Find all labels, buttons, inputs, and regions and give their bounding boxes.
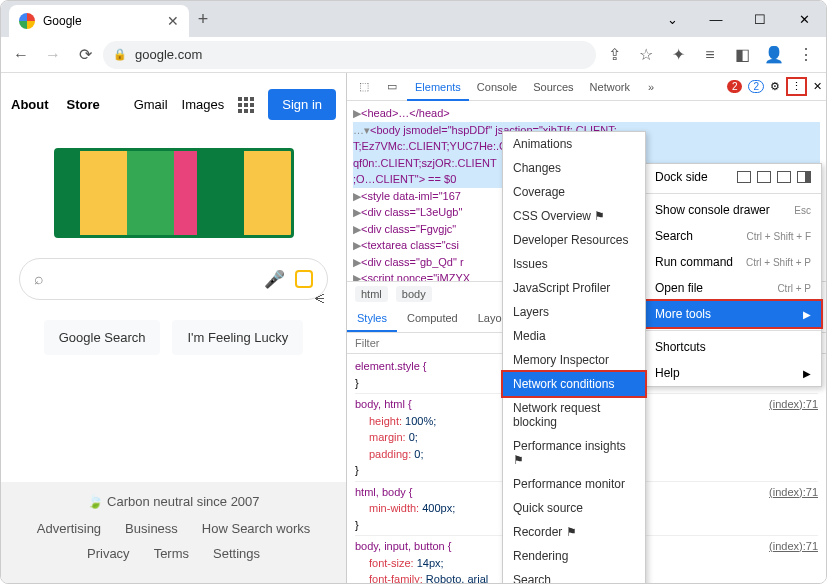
menu-item[interactable]: Help▶ — [645, 360, 821, 386]
apps-icon[interactable] — [238, 97, 254, 113]
profile-icon[interactable]: 👤 — [760, 41, 788, 69]
menu-item[interactable]: SearchCtrl + Shift + F — [645, 223, 821, 249]
footer-link[interactable]: Business — [125, 521, 178, 536]
page-footer: 🍃 Carbon neutral since 2007 AdvertisingB… — [1, 482, 346, 583]
submenu-item[interactable]: JavaScript Profiler — [503, 276, 645, 300]
signin-button[interactable]: Sign in — [268, 89, 336, 120]
submenu-item[interactable]: Layers — [503, 300, 645, 324]
about-link[interactable]: About — [11, 97, 49, 112]
submenu-item[interactable]: CSS Overview ⚑ — [503, 204, 645, 228]
device-icon[interactable]: ▭ — [379, 74, 405, 99]
extensions-icon[interactable]: ✦ — [664, 41, 692, 69]
minimize-button[interactable]: — — [694, 1, 738, 37]
submenu-item[interactable]: Issues — [503, 252, 645, 276]
styles-tab[interactable]: Computed — [397, 306, 468, 332]
devtools-tab[interactable]: Elements — [407, 75, 469, 101]
close-tab-icon[interactable]: ✕ — [167, 13, 179, 29]
submenu-item[interactable]: Media — [503, 324, 645, 348]
more-tabs-icon[interactable]: » — [640, 75, 662, 99]
devtools-tab[interactable]: Console — [469, 75, 525, 99]
footer-link[interactable]: How Search works — [202, 521, 310, 536]
share-icon[interactable]: ⇪ — [600, 41, 628, 69]
devtools-menu-icon[interactable]: ⋮ — [786, 77, 807, 96]
chrome-menu-icon[interactable]: ⋮ — [792, 41, 820, 69]
devtools-tabs: ⬚ ▭ ElementsConsoleSourcesNetwork » 2 2 … — [347, 73, 826, 101]
mic-icon[interactable]: 🎤 — [264, 269, 285, 290]
devtools-tab[interactable]: Network — [582, 75, 638, 99]
search-input[interactable]: ⌕ 🎤 — [19, 258, 328, 300]
sidepanel-icon[interactable]: ◧ — [728, 41, 756, 69]
info-badge[interactable]: 2 — [748, 80, 764, 93]
menu-item[interactable]: Open fileCtrl + P — [645, 275, 821, 301]
gear-icon[interactable]: ⚙ — [770, 80, 780, 93]
forward-button[interactable]: → — [39, 41, 67, 69]
window-controls: ⌄ — ☐ ✕ — [650, 1, 826, 37]
submenu-item[interactable]: Network conditions — [501, 370, 647, 398]
dock-left-icon[interactable] — [757, 171, 771, 183]
camera-icon[interactable] — [295, 270, 313, 288]
close-window-button[interactable]: ✕ — [782, 1, 826, 37]
lock-icon: 🔒 — [113, 48, 127, 61]
browser-tab[interactable]: Google ✕ — [9, 5, 189, 37]
store-link[interactable]: Store — [67, 97, 100, 112]
carbon-text: Carbon neutral since 2007 — [107, 494, 260, 509]
favicon-icon — [19, 13, 35, 29]
new-tab-button[interactable]: + — [189, 5, 217, 33]
breadcrumb-item[interactable]: body — [396, 286, 432, 302]
submenu-item[interactable]: Changes — [503, 156, 645, 180]
reading-list-icon[interactable]: ≡ — [696, 41, 724, 69]
dock-bottom-icon[interactable] — [777, 171, 791, 183]
close-devtools-icon[interactable]: ✕ — [813, 80, 822, 93]
gmail-link[interactable]: Gmail — [134, 97, 168, 112]
dock-undock-icon[interactable] — [737, 171, 751, 183]
more-tools-submenu: AnimationsChangesCoverageCSS Overview ⚑D… — [502, 131, 646, 584]
chevron-down-icon[interactable]: ⌄ — [650, 1, 694, 37]
leaf-icon: 🍃 — [87, 494, 103, 509]
menu-item[interactable]: Show console drawerEsc — [645, 197, 821, 223]
search-icon: ⌕ — [34, 270, 44, 288]
google-page: About Store Gmail Images Sign in ⪪ ⌕ 🎤 G… — [1, 73, 346, 583]
footer-link[interactable]: Terms — [154, 546, 189, 561]
titlebar: Google ✕ + ⌄ — ☐ ✕ — [1, 1, 826, 37]
submenu-item[interactable]: Network request blocking — [503, 396, 645, 434]
more-tools-item[interactable]: More tools▶ — [643, 299, 823, 329]
submenu-item[interactable]: Developer Resources — [503, 228, 645, 252]
submenu-item[interactable]: Performance monitor — [503, 472, 645, 496]
devtools-tab[interactable]: Sources — [525, 75, 581, 99]
footer-link[interactable]: Advertising — [37, 521, 101, 536]
google-search-button[interactable]: Google Search — [44, 320, 161, 355]
submenu-item[interactable]: Animations — [503, 132, 645, 156]
bookmark-icon[interactable]: ☆ — [632, 41, 660, 69]
inspect-icon[interactable]: ⬚ — [351, 74, 377, 99]
google-doodle[interactable] — [54, 148, 294, 238]
submenu-item[interactable]: Coverage — [503, 180, 645, 204]
maximize-button[interactable]: ☐ — [738, 1, 782, 37]
share-doodle-icon[interactable]: ⪪ — [312, 289, 328, 307]
submenu-item[interactable]: Quick source — [503, 496, 645, 520]
submenu-item[interactable]: Performance insights ⚑ — [503, 434, 645, 472]
footer-link[interactable]: Settings — [213, 546, 260, 561]
tab-title: Google — [43, 14, 159, 28]
error-badge[interactable]: 2 — [727, 80, 743, 93]
menu-item[interactable]: Shortcuts — [645, 334, 821, 360]
url-text: google.com — [135, 47, 202, 62]
address-bar[interactable]: 🔒 google.com — [103, 41, 596, 69]
styles-tab[interactable]: Styles — [347, 306, 397, 332]
submenu-item[interactable]: Recorder ⚑ — [503, 520, 645, 544]
back-button[interactable]: ← — [7, 41, 35, 69]
lucky-button[interactable]: I'm Feeling Lucky — [172, 320, 303, 355]
dock-side-row: Dock side — [645, 164, 821, 190]
submenu-item[interactable]: Search — [503, 568, 645, 584]
browser-toolbar: ← → ⟳ 🔒 google.com ⇪ ☆ ✦ ≡ ◧ 👤 ⋮ — [1, 37, 826, 73]
devtools-dropdown-menu: Dock side Show console drawerEscSearchCt… — [644, 163, 822, 387]
menu-item[interactable]: Run commandCtrl + Shift + P — [645, 249, 821, 275]
reload-button[interactable]: ⟳ — [71, 41, 99, 69]
submenu-item[interactable]: Rendering — [503, 544, 645, 568]
images-link[interactable]: Images — [182, 97, 225, 112]
submenu-item[interactable]: Memory Inspector — [503, 348, 645, 372]
dock-right-icon[interactable] — [797, 171, 811, 183]
breadcrumb-item[interactable]: html — [355, 286, 388, 302]
footer-link[interactable]: Privacy — [87, 546, 130, 561]
